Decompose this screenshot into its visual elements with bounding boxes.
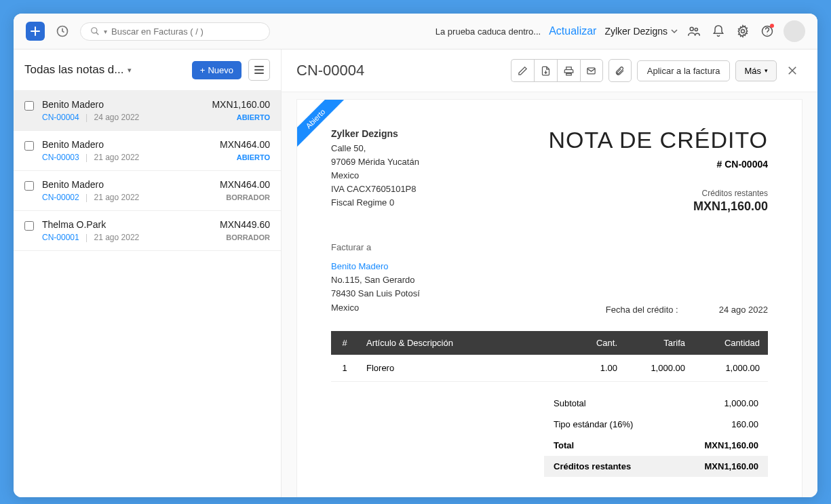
- bill-to-line3: Mexico: [331, 301, 420, 315]
- note-amount: MXN464.00: [220, 179, 270, 190]
- totals-value: 160.00: [731, 419, 758, 429]
- cell-rate: 1,000.00: [625, 355, 693, 382]
- note-list: Benito Madero MXN1,160.00 CN-00004 | 24 …: [14, 91, 281, 497]
- users-icon-button[interactable]: [686, 23, 702, 39]
- avatar[interactable]: [784, 20, 805, 42]
- bill-to-line1: No.115, San Gerardo: [331, 273, 420, 287]
- totals-label: Total: [554, 440, 574, 450]
- customer-link[interactable]: Benito Madero: [331, 260, 420, 273]
- col-rate: Tarifa: [625, 331, 693, 355]
- note-amount: MXN449.60: [220, 219, 270, 230]
- bill-to: Facturar a Benito Madero No.115, San Ger…: [331, 241, 420, 315]
- credit-note-document: Abierto Zylker Dezigns Calle 50, 97069 M…: [296, 99, 803, 497]
- credits-remaining-label: Créditos restantes: [548, 189, 768, 198]
- totals-value: 1,000.00: [724, 398, 758, 408]
- quick-add-button[interactable]: [26, 22, 45, 41]
- gear-icon: [736, 24, 750, 38]
- totals-row: Tipo estándar (16%)160.00: [544, 414, 768, 435]
- note-item[interactable]: Benito Madero MXN1,160.00 CN-00004 | 24 …: [14, 91, 281, 131]
- note-amount: MXN1,160.00: [212, 99, 270, 110]
- notifications-button[interactable]: [710, 23, 727, 39]
- note-id-link[interactable]: CN-00002: [42, 193, 79, 202]
- credit-date-row: Fecha del crédito : 24 ago 2022: [606, 305, 768, 315]
- company-line2: 97069 Mérida Yucatán: [331, 155, 419, 169]
- chevron-down-icon: ▾: [128, 66, 132, 75]
- more-button[interactable]: Más ▾: [735, 60, 777, 81]
- printer-icon: [564, 66, 574, 76]
- apply-to-invoice-button[interactable]: Aplicar a la factura: [637, 60, 731, 81]
- bill-to-label: Facturar a: [331, 241, 420, 254]
- list-menu-button[interactable]: [248, 59, 270, 81]
- note-status: ABIERTO: [237, 113, 270, 121]
- totals-label: Créditos restantes: [554, 461, 631, 471]
- note-date: 24 ago 2022: [94, 113, 140, 122]
- note-checkbox[interactable]: [24, 181, 34, 191]
- svg-point-2: [690, 27, 693, 31]
- note-id-link[interactable]: CN-00004: [42, 113, 79, 122]
- totals-row: Subtotal1,000.00: [544, 393, 768, 414]
- mail-icon: [586, 66, 596, 76]
- print-button[interactable]: [557, 59, 580, 82]
- cell-desc: Florero: [358, 355, 571, 382]
- note-checkbox[interactable]: [24, 101, 34, 111]
- totals-row: TotalMXN1,160.00: [544, 435, 768, 456]
- note-customer: Benito Madero: [42, 139, 104, 150]
- note-status: BORRADOR: [226, 193, 270, 201]
- search-input[interactable]: [111, 26, 260, 37]
- pdf-button[interactable]: [534, 59, 557, 82]
- totals-label: Subtotal: [554, 398, 586, 408]
- document-icon: [541, 66, 551, 76]
- note-item[interactable]: Benito Madero MXN464.00 CN-00003 | 21 ag…: [14, 131, 281, 171]
- note-customer: Thelma O.Park: [42, 219, 106, 230]
- company-line3: Mexico: [331, 169, 419, 182]
- chevron-down-icon: [671, 28, 678, 35]
- action-button-group: [511, 59, 603, 82]
- pencil-icon: [518, 66, 528, 76]
- new-button[interactable]: + Nuevo: [192, 61, 241, 79]
- org-selector[interactable]: Zylker Dezigns: [604, 26, 678, 37]
- note-date: 21 ago 2022: [94, 233, 140, 242]
- col-qty: Cant.: [571, 331, 625, 355]
- cell-amount: 1,000.00: [693, 355, 768, 382]
- note-item[interactable]: Thelma O.Park MXN449.60 CN-00001 | 21 ag…: [14, 211, 281, 251]
- help-button[interactable]: [759, 23, 775, 39]
- note-checkbox[interactable]: [24, 221, 34, 231]
- document-type: NOTA DE CRÉDITO: [548, 127, 768, 153]
- note-id-link[interactable]: CN-00003: [42, 153, 79, 162]
- bell-icon: [712, 24, 725, 38]
- note-item[interactable]: Benito Madero MXN464.00 CN-00002 | 21 ag…: [14, 171, 281, 211]
- new-button-label: Nuevo: [208, 65, 233, 75]
- more-button-label: Más: [744, 66, 761, 76]
- line-items-table: # Artículo & Descripción Cant. Tarifa Ca…: [331, 331, 768, 382]
- search-dropdown-caret[interactable]: ▾: [104, 28, 107, 35]
- document-summary: NOTA DE CRÉDITO # CN-00004 Créditos rest…: [548, 127, 768, 214]
- bill-to-line2: 78430 San Luis Potosí: [331, 287, 420, 301]
- detail-title: CN-00004: [296, 62, 505, 79]
- search-container[interactable]: ▾: [80, 22, 270, 41]
- note-checkbox[interactable]: [24, 141, 34, 151]
- settings-button[interactable]: [735, 23, 751, 39]
- history-button[interactable]: [53, 22, 72, 41]
- sidebar: Todas las notas d... ▾ + Nuevo Benito Ma…: [14, 50, 282, 497]
- bill-section: Facturar a Benito Madero No.115, San Ger…: [331, 241, 768, 315]
- detail-body: Abierto Zylker Dezigns Calle 50, 97069 M…: [282, 92, 817, 497]
- note-date: 21 ago 2022: [94, 193, 140, 202]
- detail-pane: CN-00004 Aplicar a la factura Más ▾: [282, 50, 817, 497]
- search-icon: [90, 26, 100, 36]
- note-id-link[interactable]: CN-00001: [42, 233, 79, 242]
- company-line4: IVA CACX7605101P8: [331, 182, 419, 196]
- email-button[interactable]: [580, 59, 603, 82]
- table-header-row: # Artículo & Descripción Cant. Tarifa Ca…: [331, 331, 768, 355]
- menu-icon: [254, 66, 264, 74]
- edit-button[interactable]: [511, 59, 534, 82]
- plus-icon: +: [200, 65, 206, 75]
- svg-point-3: [695, 28, 697, 31]
- cell-num: 1: [331, 355, 358, 382]
- trial-upgrade-link[interactable]: Actualizar: [549, 25, 596, 37]
- sidebar-title-dropdown[interactable]: Todas las notas d... ▾: [24, 63, 185, 77]
- totals-value: MXN1,160.00: [705, 461, 759, 471]
- document-header: Zylker Dezigns Calle 50, 97069 Mérida Yu…: [331, 127, 768, 214]
- note-amount: MXN464.00: [220, 139, 270, 150]
- attachment-button[interactable]: [608, 59, 632, 82]
- close-button[interactable]: [782, 64, 803, 77]
